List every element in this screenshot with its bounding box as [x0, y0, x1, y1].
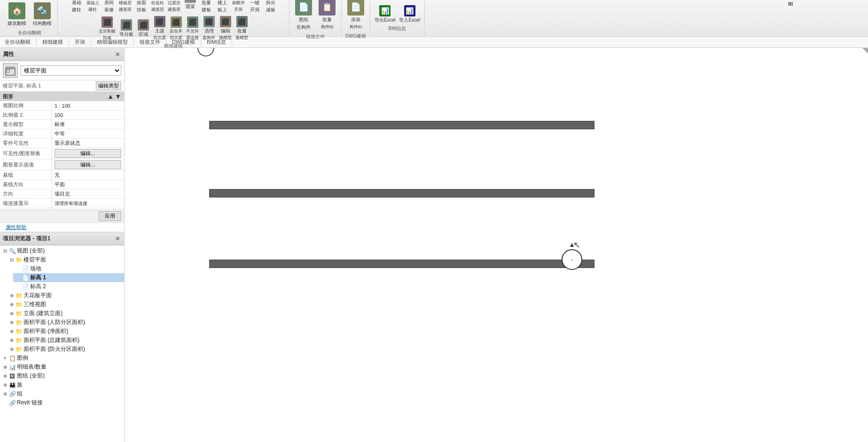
piliangjianban-button[interactable]: ⬛ 批量 建板	[199, 0, 214, 14]
prop-row-display-model: 显示模型 标准	[0, 120, 124, 129]
prop-value-scale[interactable]	[52, 101, 124, 110]
tree-expand-sheets[interactable]: ⊕	[2, 373, 8, 379]
tree-expand-ceiling[interactable]: ⊕	[8, 293, 15, 298]
bianji-button[interactable]: ⬛ 编辑 接模型	[218, 15, 233, 42]
tree-expand-elevations[interactable]: ⊕	[8, 311, 15, 316]
tree-item-elevations[interactable]: ⊕ 📁 立面 (建筑立面)	[7, 309, 124, 318]
floor-plan-bar-1	[209, 121, 594, 129]
tree-item-sheets[interactable]: ⊕ 🖼 图纸 (全部)	[0, 371, 124, 380]
fangjian-button[interactable]: ⬛ 房间 装修	[102, 0, 117, 14]
tree-item-area-total[interactable]: ⊕ 📁 面积平面 (总建筑面积)	[7, 336, 124, 345]
prop-value-vis-graph[interactable]: 编辑...	[52, 148, 124, 159]
dianfenge-icon: ⬛	[102, 16, 113, 28]
tree-expand-level2	[15, 284, 22, 289]
loubanceng-button[interactable]: ⬛ 楼板层 建面层	[117, 0, 133, 14]
tree-expand-area-fire[interactable]: ⊕	[8, 347, 15, 352]
tree-expand-area-civil[interactable]: ⊕	[8, 320, 15, 325]
canvas-area[interactable]: ▲ - ↖	[125, 48, 868, 442]
pilianjie-button[interactable]: ⬛ 批量 接模型	[234, 15, 250, 42]
tuwu-button[interactable]: 📄 图纸 生构件	[292, 0, 315, 32]
props-expand-icon[interactable]: ▼	[115, 93, 121, 100]
prop-view-label: 楼层平面: 标高 1	[3, 82, 94, 89]
dachu-excel-button[interactable]: 📊 导出Excel	[373, 4, 397, 24]
tree-icon-level1: 📄	[22, 275, 29, 281]
sub-auto-model-btn[interactable]: 全自动翻模	[3, 38, 32, 46]
prop-help-link[interactable]: 属性帮助	[3, 223, 29, 231]
loushang-button[interactable]: ⬛ 楼上 板上	[215, 0, 230, 14]
prop-btn-vis-graph[interactable]: 编辑...	[55, 149, 121, 158]
zhuzhuang-button[interactable]: ⬛ 柱造柱 建面层	[150, 0, 165, 14]
tree-item-families[interactable]: ⊕ 👪 族	[0, 380, 124, 389]
quyu-button[interactable]: ⬛ 区域	[136, 18, 151, 39]
tuceng-button[interactable]: ⬛ 抹面 扶板	[134, 0, 149, 14]
jicengshang-button[interactable]: ⬛ 基础上 建柱	[85, 0, 101, 14]
qingli-button[interactable]: ⬛ 清理 盘构件	[201, 15, 217, 42]
tree-item-revit-links[interactable]: 🔗 Revit 链接	[0, 398, 124, 407]
tree-expand-area-total[interactable]: ⊕	[8, 338, 15, 343]
daoru-excel-button[interactable]: 📊 导入Excel	[398, 4, 421, 24]
tree-item-views-all[interactable]: ⊟ 🔍 视图 (全部)	[0, 246, 124, 255]
prop-btn-graph-opts[interactable]: 编辑...	[55, 160, 121, 169]
props-section-label: 图形	[3, 93, 13, 100]
toolbar-group-fine-model: ⬛ 基础 建柱 ⬛ 基础上 建柱 ⬛ 房间 装修 ⬛ 楼板层 建面层 ⬛ 抹面	[58, 0, 289, 36]
tree-item-area-fire[interactable]: ⊕ 📁 面积平面 (防火分区面积)	[7, 345, 124, 354]
props-collapse-icon[interactable]: ▲	[107, 93, 114, 100]
zhuliang-label2: 切次梁	[153, 35, 166, 41]
guoliangya-button[interactable]: ⬛ 过梁压 建面层	[166, 0, 182, 14]
tree-item-schedules[interactable]: ⊕ 📊 明细表/数量	[0, 363, 124, 371]
tree-expand-3d[interactable]: ⊕	[8, 302, 15, 307]
properties-close-btn[interactable]: ✕	[114, 51, 121, 58]
browser-close-btn[interactable]: ✕	[114, 235, 121, 243]
yuanliang-button[interactable]: ○ 圆梁	[183, 0, 198, 11]
tree-icon-ceiling: 📁	[15, 292, 23, 299]
tree-expand-groups[interactable]: ⊕	[2, 391, 8, 396]
tree-item-site[interactable]: 📄 场地	[13, 264, 124, 273]
shuaduankai-button[interactable]: ⬛ 刷断开 开洞	[231, 0, 246, 14]
prop-value-graph-opts[interactable]: 编辑...	[52, 159, 124, 170]
prop-input-scale[interactable]	[55, 103, 121, 109]
yijian-button[interactable]: ⬛ 一键 开洞	[247, 0, 262, 14]
dianfenge-button[interactable]: ⬛ 点分割板 扣减	[97, 16, 117, 42]
prop-value-detail: 中等	[52, 129, 124, 138]
tianjia-button[interactable]: 📄 添加 构件ID	[344, 0, 367, 32]
dengfenban-button[interactable]: ⬛ 等分板	[118, 18, 135, 39]
prop-row-vis-graph: 可见性/图形替换 编辑...	[0, 148, 124, 159]
tree-item-level1[interactable]: 📄 标高 1	[13, 273, 124, 282]
tuwu-label: 图纸	[299, 16, 308, 23]
dengfenban-icon: ⬛	[121, 19, 132, 31]
tree-item-area-civil[interactable]: ⊕ 📁 面积平面 (人防分区面积)	[7, 318, 124, 327]
prop-apply-btn[interactable]: 应用	[99, 211, 121, 221]
tree-icon-3d: 📁	[15, 301, 23, 308]
buquan-button[interactable]: ⬛ 不允许 梁连接	[185, 16, 200, 42]
piliangjianban-label2: 建板	[202, 7, 211, 13]
prop-name-discipline: 规程	[0, 208, 52, 209]
tree-expand-schedules[interactable]: ⊕	[2, 364, 8, 370]
chaifen-button[interactable]: ⬛ 拆分 减板	[263, 0, 278, 14]
jianzhu-fanmo-button[interactable]: 🏠 建筑翻模	[5, 0, 29, 29]
jiegou-fanmo-button[interactable]: 🔩 结构翻模	[30, 0, 55, 29]
link-files-label: 链接文件	[306, 33, 325, 40]
prop-value-scale-val[interactable]	[52, 110, 124, 119]
tree-item-groups[interactable]: ⊕ 🔗 组	[0, 389, 124, 398]
tree-item-3d[interactable]: ⊕ 📁 三维视图	[7, 300, 124, 309]
jiceng-button[interactable]: ⬛ 基础 建柱	[69, 0, 84, 14]
tree-item-floor-plans[interactable]: ⊟ 📁 楼层平面	[7, 255, 124, 264]
ranse-button[interactable]: ⬛ 染合并 切次梁	[168, 16, 184, 42]
tree-item-ceiling[interactable]: ⊕ 📁 天花板平面	[7, 291, 124, 300]
prop-input-scale-val[interactable]	[55, 112, 121, 118]
toolbar-group-bim: 📊 导出Excel 📊 导入Excel BIM信息	[370, 0, 425, 36]
zhuliang-button[interactable]: ⬛ 主梁 切次梁	[152, 15, 167, 42]
quyu-icon: ⬛	[138, 19, 149, 31]
piliangouji-button[interactable]: 📋 批量 构件ID	[316, 0, 338, 32]
buquan-icon: ⬛	[187, 16, 198, 28]
tree-item-level2[interactable]: 📄 标高 2	[13, 282, 124, 291]
prop-edit-type-btn[interactable]: 编辑类型	[96, 81, 121, 90]
tree-expand-floor-plans[interactable]: ⊟	[8, 257, 15, 262]
tree-expand-views[interactable]: ⊟	[2, 248, 8, 253]
tree-expand-area-net[interactable]: ⊕	[8, 329, 15, 334]
prop-type-select[interactable]: 楼层平面	[21, 65, 121, 76]
tree-item-legends[interactable]: ≡ 📋 图例	[0, 354, 124, 363]
loushang-label2: 板上	[218, 7, 227, 13]
tree-expand-families[interactable]: ⊕	[2, 382, 8, 387]
tree-item-area-net[interactable]: ⊕ 📁 面积平面 (净面积)	[7, 327, 124, 336]
